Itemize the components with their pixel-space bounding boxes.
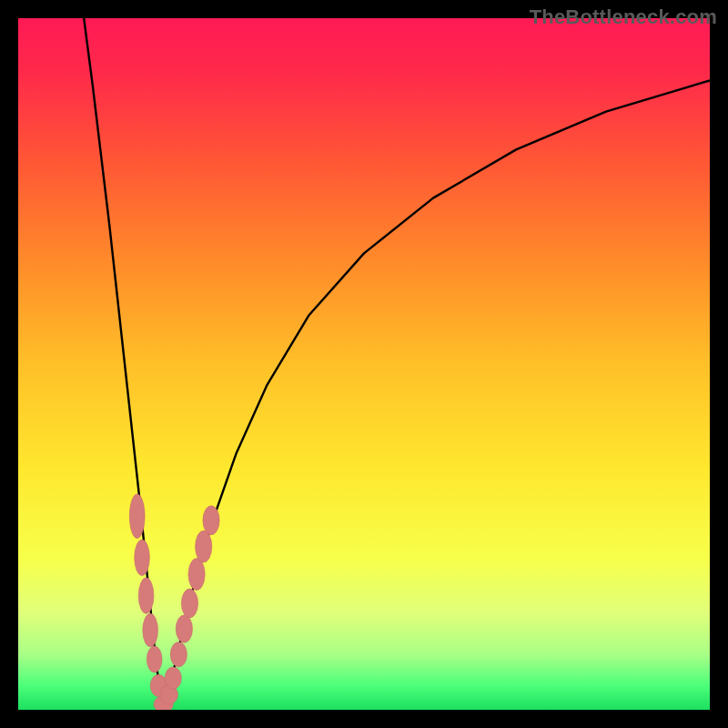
bottleneck-chart	[0, 0, 728, 728]
data-marker	[181, 589, 197, 618]
data-marker	[147, 646, 162, 672]
data-marker	[203, 506, 219, 535]
data-marker	[176, 615, 192, 642]
data-marker	[188, 559, 205, 591]
chart-frame: TheBottleneck.com	[0, 0, 728, 728]
data-marker	[196, 531, 212, 562]
data-marker	[165, 667, 181, 689]
plot-area	[18, 18, 710, 713]
data-marker	[143, 613, 158, 646]
data-marker	[129, 494, 145, 539]
data-marker	[138, 578, 154, 614]
data-marker	[135, 540, 150, 576]
watermark-text: TheBottleneck.com	[530, 5, 717, 29]
data-marker	[170, 642, 187, 667]
gradient-background	[18, 18, 710, 710]
